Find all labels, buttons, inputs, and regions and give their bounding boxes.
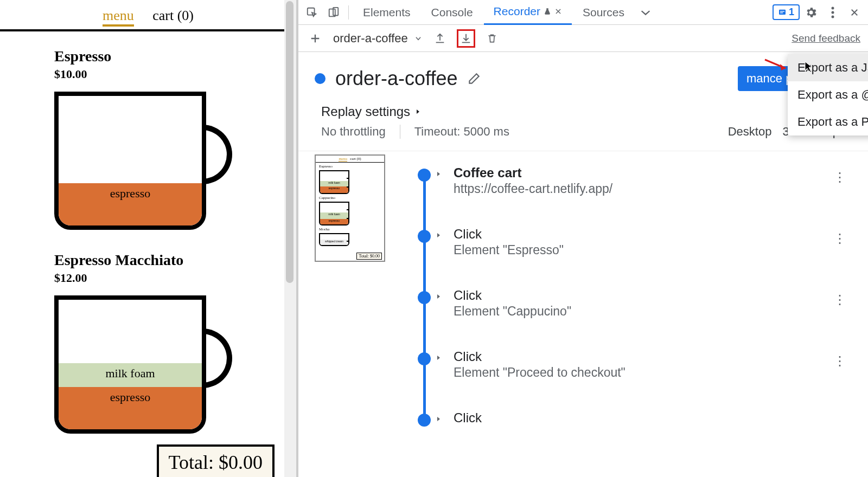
more-tabs-icon[interactable] [635, 2, 656, 23]
export-puppeteer-replay-option[interactable]: Export as a @puppeteer/replay script [788, 81, 868, 108]
cup-illustration: milk foam espresso [54, 293, 212, 434]
separator [348, 5, 349, 20]
step-dot-icon [418, 352, 431, 365]
tab-recorder-label: Recorder [494, 5, 540, 18]
close-icon[interactable] [554, 8, 562, 15]
chevron-right-icon[interactable] [435, 353, 442, 362]
product-espresso[interactable]: Espresso $10.00 espresso [54, 48, 296, 230]
import-icon[interactable] [431, 29, 449, 48]
product-price: $10.00 [54, 67, 296, 81]
cursor-icon [804, 61, 814, 73]
cup-body: milk foam espresso [54, 295, 206, 434]
annotation-arrow-icon [764, 57, 790, 74]
export-menu: Export as a JSON file Export as a @puppe… [788, 54, 868, 136]
steps-list: Coffee cart https://coffee-cart.netlify.… [418, 165, 852, 426]
replay-settings-label: Replay settings [321, 104, 410, 119]
issues-badge[interactable]: 1 [773, 4, 800, 20]
tab-recorder[interactable]: Recorder [484, 0, 572, 25]
recording-name: order-a-coffee [333, 31, 408, 46]
throttling-value[interactable]: No throttling [321, 125, 386, 139]
export-puppeteer-option[interactable]: Export as a Puppeteer script [788, 108, 868, 136]
cup-illustration: espresso [54, 89, 212, 230]
svg-rect-4 [780, 11, 784, 11]
step-dot-icon [418, 291, 431, 304]
devtools: Elements Console Recorder Sources 1 [298, 0, 868, 477]
devtools-tabbar: Elements Console Recorder Sources 1 [298, 0, 868, 25]
chevron-right-icon[interactable] [435, 231, 442, 240]
svg-point-7 [832, 11, 834, 14]
step-title: Click [454, 410, 852, 426]
layer-espresso: espresso [59, 183, 202, 225]
step-subtitle: https://coffee-cart.netlify.app/ [454, 182, 852, 196]
cup-body: espresso [54, 92, 206, 230]
delete-icon[interactable] [483, 29, 501, 48]
timeout-value[interactable]: Timeout: 5000 ms [414, 125, 509, 139]
chevron-right-icon[interactable] [435, 292, 442, 301]
step-item[interactable]: Click Element "Espresso" ⋮ [418, 227, 852, 257]
product-title: Espresso [54, 48, 296, 65]
product-list: Espresso $10.00 espresso Espresso Macchi… [0, 31, 296, 434]
step-title: Click [454, 349, 852, 364]
step-title: Coffee cart [454, 165, 852, 181]
nav-menu[interactable]: menu [103, 8, 134, 27]
svg-rect-5 [780, 12, 783, 13]
steps-timeline: menu cart (0) Espresso milk foamespresso… [298, 151, 868, 477]
export-json-option[interactable]: Export as a JSON file [788, 54, 868, 81]
product-price: $12.00 [54, 271, 296, 285]
issues-icon [778, 8, 787, 17]
status-dot-icon [315, 73, 326, 84]
env-device: Desktop [728, 125, 772, 139]
step-title: Click [454, 288, 852, 303]
step-dot-icon [418, 414, 431, 427]
step-menu-icon[interactable]: ⋮ [833, 292, 846, 307]
step-menu-icon[interactable]: ⋮ [833, 231, 846, 246]
settings-icon[interactable] [801, 2, 821, 23]
step-menu-icon[interactable]: ⋮ [833, 170, 846, 185]
step-dot-icon [418, 169, 431, 182]
app-viewport: menu cart (0) Espresso $10.00 espresso E… [0, 0, 298, 477]
layer-espresso: espresso [59, 387, 202, 429]
tab-console[interactable]: Console [422, 0, 483, 25]
svg-rect-0 [308, 8, 315, 15]
chevron-down-icon [414, 35, 422, 42]
step-dot-icon [418, 230, 431, 243]
chevron-right-icon[interactable] [435, 170, 442, 178]
total-box[interactable]: Total: $0.00 [157, 444, 275, 477]
step-subtitle: Element "Espresso" [454, 243, 852, 257]
scrollbar-thumb[interactable] [286, 1, 293, 283]
step-subtitle: Element "Cappucino" [454, 304, 852, 319]
close-devtools-icon[interactable] [844, 2, 865, 23]
recording-title: order-a-coffee [335, 67, 457, 90]
export-icon[interactable] [457, 29, 475, 48]
flask-icon [544, 8, 551, 15]
step-subtitle: Element "Proceed to checkout" [454, 365, 852, 380]
svg-point-8 [832, 15, 834, 18]
step-item[interactable]: Click Element "Cappucino" ⋮ [418, 288, 852, 319]
layer-milk-foam: milk foam [59, 363, 202, 387]
separator [400, 125, 400, 139]
product-title: Espresso Macchiato [54, 252, 296, 269]
svg-rect-3 [779, 9, 786, 14]
product-espresso-macchiato[interactable]: Espresso Macchiato $12.00 milk foam espr… [54, 252, 296, 434]
kebab-icon[interactable] [822, 2, 843, 23]
step-item[interactable]: Coffee cart https://coffee-cart.netlify.… [418, 165, 852, 196]
edit-icon[interactable] [467, 72, 481, 86]
step-menu-icon[interactable]: ⋮ [833, 353, 846, 369]
inspect-icon[interactable] [302, 2, 322, 23]
nav-cart[interactable]: cart (0) [152, 8, 194, 23]
step-item[interactable]: Click [418, 410, 852, 426]
chevron-right-icon[interactable] [435, 415, 442, 423]
send-feedback-link[interactable]: Send feedback [792, 33, 860, 44]
replay-settings-toggle[interactable]: Replay settings [321, 104, 421, 119]
step-item[interactable]: Click Element "Proceed to checkout" ⋮ [418, 349, 852, 380]
chevron-right-icon [414, 107, 421, 116]
add-recording-icon[interactable] [306, 29, 324, 48]
tab-sources[interactable]: Sources [573, 0, 634, 25]
recording-selector[interactable]: order-a-coffee [332, 29, 423, 48]
scrollbar[interactable] [284, 0, 296, 477]
device-toggle-icon[interactable] [323, 2, 344, 23]
tab-elements[interactable]: Elements [353, 0, 420, 25]
step-title: Click [454, 227, 852, 242]
recording-settings: Replay settings nment No throttling Time… [298, 102, 868, 151]
screenshot-thumbnail[interactable]: menu cart (0) Espresso milk foamespresso… [315, 154, 385, 262]
